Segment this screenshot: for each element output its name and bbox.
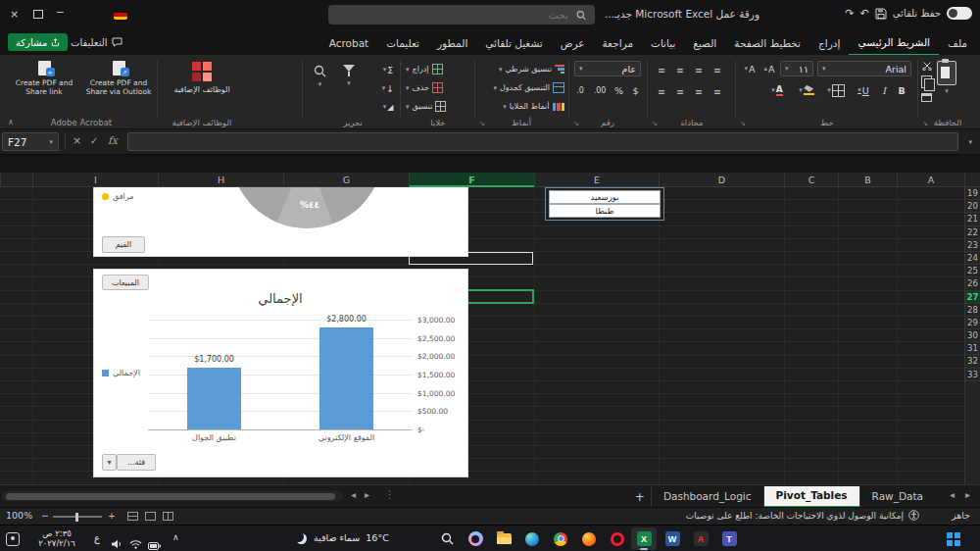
increase-decimal-button[interactable]: .00 — [590, 82, 610, 98]
clear-button[interactable]: ◢▾ — [378, 99, 398, 115]
borders-button[interactable]: ▾ — [823, 82, 849, 98]
row-header[interactable]: 19 — [965, 187, 980, 200]
battery-icon[interactable] — [148, 535, 162, 551]
bar-field-button[interactable]: المبيعات — [102, 275, 149, 290]
accounting-format-button[interactable]: $ — [628, 82, 643, 98]
tab-developer[interactable]: المطور — [428, 31, 476, 55]
scrollbar-thumb[interactable] — [6, 493, 335, 500]
tab-acrobat[interactable]: Acrobat — [320, 31, 378, 55]
bar-mobile-app[interactable] — [187, 368, 241, 430]
row-header[interactable]: 22 — [965, 226, 980, 239]
row-header[interactable]: 25 — [965, 265, 980, 277]
underline-button[interactable]: U▾ — [853, 82, 874, 98]
align-right-button[interactable]: ≡ — [710, 83, 724, 99]
bar-legend-label[interactable]: الإجمالي — [113, 369, 140, 377]
insert-cells-button[interactable]: إدراج▾ — [406, 62, 443, 76]
chart-title[interactable]: الإجمالي — [148, 291, 413, 306]
row-header[interactable]: 28 — [965, 304, 980, 317]
excel-taskbar-icon[interactable]: X — [631, 527, 657, 550]
zoom-slider-knob[interactable] — [75, 513, 78, 522]
pie-chart-panel[interactable]: ٤٤% مرافق القيم — [93, 187, 468, 257]
autosum-button[interactable]: Σ▾ — [378, 62, 398, 77]
sort-filter-button[interactable]: ▾ — [343, 65, 355, 87]
cell-E20[interactable]: طنطا — [549, 204, 661, 218]
name-box[interactable]: F27 ▾ — [2, 132, 59, 151]
copilot-icon[interactable] — [463, 527, 488, 550]
zoom-slider[interactable] — [53, 516, 102, 518]
sheet-nav-prev-icon[interactable]: ◂ — [950, 489, 955, 500]
column-header-B[interactable]: B — [838, 173, 897, 187]
autosave-toggle[interactable] — [947, 7, 972, 20]
search-input[interactable] — [337, 8, 570, 22]
column-header-H[interactable]: H — [158, 173, 283, 187]
pie-legend-label[interactable]: مرافق — [113, 192, 133, 201]
tab-page-layout[interactable]: تخطيط الصفحة — [725, 31, 809, 55]
column-header-E[interactable]: E — [534, 173, 659, 187]
horizontal-scrollbar[interactable] — [2, 491, 343, 501]
teams-icon[interactable]: T — [716, 527, 742, 550]
tab-formulas[interactable]: الصيغ — [684, 31, 725, 55]
align-center-button[interactable]: ≡ — [692, 83, 706, 99]
orientation-button[interactable]: ≡ — [655, 62, 668, 77]
zoom-in-icon[interactable]: + — [108, 510, 116, 521]
font-name-select[interactable]: Arial▾ — [817, 61, 911, 76]
scroll-right-icon[interactable]: ▸ — [365, 489, 369, 500]
language-indicator[interactable]: ع — [94, 532, 100, 543]
cell-E19[interactable]: بورسعيد — [549, 190, 661, 204]
column-header-F[interactable]: F — [409, 173, 534, 187]
number-format-select[interactable]: عام▾ — [574, 61, 641, 76]
row-header[interactable]: 20 — [965, 200, 980, 213]
grow-font-button[interactable]: A▴ — [760, 61, 778, 76]
column-header-G[interactable]: G — [283, 173, 409, 187]
enter-icon[interactable]: ✓ — [90, 135, 98, 146]
tab-view[interactable]: عرض — [552, 31, 594, 55]
insert-function-icon[interactable]: fx — [108, 134, 118, 146]
addins-button[interactable]: الوظائف الإضافية — [172, 62, 231, 94]
zoom-level[interactable]: 100% — [6, 510, 32, 521]
format-as-table-button[interactable]: التنسيق كجدول▾ — [480, 80, 564, 95]
row-header[interactable]: 30 — [965, 329, 980, 342]
share-button[interactable]: مشاركة — [8, 33, 68, 51]
close-icon[interactable]: × — [10, 8, 19, 22]
opera-icon[interactable] — [605, 527, 630, 550]
cancel-icon[interactable]: × — [73, 134, 81, 147]
undo-icon[interactable]: ↶ — [860, 7, 869, 20]
fill-color-button[interactable]: ▾ — [794, 82, 819, 98]
create-pdf-link-button[interactable]: ∞ Create PDF and Share link — [10, 61, 78, 96]
column-header-I[interactable]: I — [32, 173, 158, 187]
paste-button[interactable]: ▾ — [937, 61, 956, 95]
chrome-icon[interactable] — [548, 527, 573, 550]
row-header[interactable]: 31 — [965, 342, 980, 355]
accessibility-status[interactable]: إمكانية الوصول لذوي الاحتياجات الخاصة: ا… — [686, 510, 919, 521]
font-color-button[interactable]: A ▾ — [764, 82, 790, 98]
redo-icon[interactable]: ↷ — [845, 7, 854, 20]
copy-icon[interactable] — [921, 75, 932, 88]
minimize-icon[interactable]: ─ — [57, 6, 64, 20]
expand-formula-bar-icon[interactable]: ▾ — [968, 138, 972, 146]
column-header-D[interactable]: D — [659, 173, 784, 187]
edge-icon[interactable] — [519, 527, 545, 550]
shrink-font-button[interactable]: A▾ — [741, 61, 759, 76]
row-header[interactable]: 29 — [965, 317, 980, 329]
bar-chart-panel[interactable]: المبيعات الإجمالي $3,000.00 $2,500.00 $2… — [93, 269, 468, 477]
italic-button[interactable]: I — [876, 82, 892, 98]
decrease-decimal-button[interactable]: .0 — [572, 82, 588, 98]
wifi-icon[interactable] — [129, 534, 142, 551]
sheet-grid[interactable]: ٤٤% مرافق القيم بورسعيد طنطا المبيعات ال… — [0, 187, 964, 484]
row-header[interactable]: 24 — [965, 252, 980, 265]
axis-field-button[interactable]: فئة... — [117, 454, 156, 471]
word-icon[interactable]: W — [660, 527, 685, 550]
row-header[interactable]: 33 — [965, 369, 980, 381]
tab-home[interactable]: الشريط الرئيسي — [849, 30, 939, 56]
format-painter-icon[interactable] — [921, 93, 932, 102]
comments-button[interactable]: التعليقات — [71, 33, 122, 51]
clock[interactable]: ٢:٣٥ ص ٢٠٢٧/٢/١٦ — [24, 528, 90, 548]
sheet-tab-pivot-tables[interactable]: Pivot_Tables — [763, 486, 859, 508]
row-header[interactable]: 21 — [965, 213, 980, 225]
sheet-nav-next-icon[interactable]: ▸ — [965, 489, 970, 500]
conditional-formatting-button[interactable]: تنسيق شرطي▾ — [480, 62, 564, 76]
cut-icon[interactable] — [922, 61, 932, 71]
tab-data[interactable]: بيانات — [642, 31, 684, 55]
align-left-button[interactable]: ≡ — [673, 83, 687, 99]
hidden-icons-chevron[interactable]: ∧ — [172, 532, 179, 542]
